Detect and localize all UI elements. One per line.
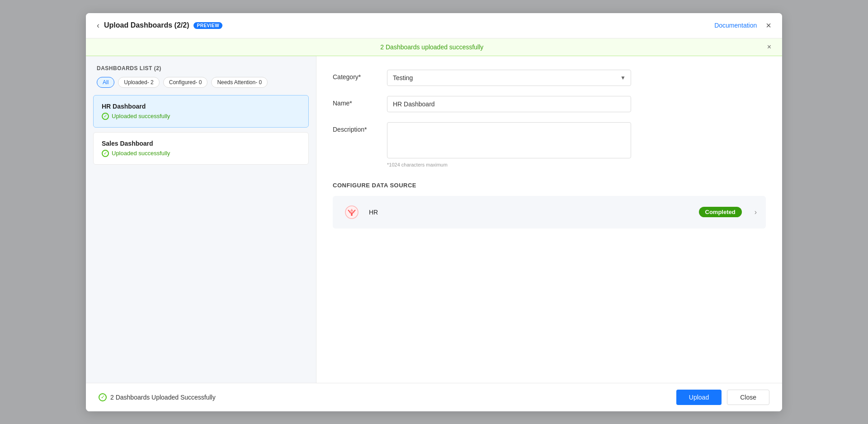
- data-source-icon: [342, 202, 362, 222]
- banner-close-button[interactable]: ×: [767, 43, 771, 51]
- dashboard-item-name: Sales Dashboard: [102, 140, 300, 147]
- dashboard-item-status: ✓ Uploaded successfully: [102, 113, 300, 120]
- check-icon: ✓: [102, 150, 109, 157]
- category-select[interactable]: Testing Production Development: [387, 70, 631, 86]
- check-icon: ✓: [102, 113, 109, 120]
- status-text: Uploaded successfully: [112, 150, 170, 157]
- filter-tab-needs-attention[interactable]: Needs Attention- 0: [211, 77, 268, 88]
- section-title: CONFIGURE DATA SOURCE: [333, 182, 766, 189]
- filter-tab-configured[interactable]: Configured- 0: [163, 77, 208, 88]
- description-control: *1024 characters maximum: [387, 122, 631, 167]
- description-row: Description* *1024 characters maximum: [333, 122, 766, 167]
- status-text: Uploaded successfully: [112, 113, 170, 119]
- chevron-right-icon: ›: [755, 208, 757, 216]
- header-left: ‹ Upload Dashboards (2/2) PREVIEW: [97, 21, 222, 30]
- name-control: [387, 96, 631, 112]
- data-source-section: CONFIGURE DATA SOURCE: [333, 182, 766, 229]
- modal-overlay: ‹ Upload Dashboards (2/2) PREVIEW Docume…: [0, 0, 868, 424]
- dashboard-items: HR Dashboard ✓ Uploaded successfully Sal…: [86, 95, 316, 165]
- modal-header: ‹ Upload Dashboards (2/2) PREVIEW Docume…: [86, 13, 782, 38]
- footer-actions: Upload Close: [676, 390, 769, 405]
- modal-footer: ✓ 2 Dashboards Uploaded Successfully Upl…: [86, 383, 782, 411]
- description-hint: *1024 characters maximum: [387, 162, 631, 167]
- list-item[interactable]: HR Dashboard ✓ Uploaded successfully: [93, 95, 309, 128]
- description-label: Description*: [333, 122, 387, 133]
- category-row: Category* Testing Production Development…: [333, 70, 766, 86]
- dashboard-item-status: ✓ Uploaded successfully: [102, 150, 300, 157]
- filter-tabs: All Uploaded- 2 Configured- 0 Needs Atte…: [86, 77, 316, 95]
- db-icon-svg: [344, 204, 360, 220]
- modal-title: Upload Dashboards (2/2): [104, 21, 189, 29]
- right-panel: Category* Testing Production Development…: [316, 56, 782, 383]
- category-label: Category*: [333, 70, 387, 81]
- success-banner: 2 Dashboards uploaded successfully ×: [86, 38, 782, 56]
- footer-status-text: 2 Dashboards Uploaded Successfully: [110, 394, 216, 401]
- left-panel: DASHBOARDS LIST (2) All Uploaded- 2 Conf…: [86, 56, 316, 383]
- filter-tab-all[interactable]: All: [97, 77, 114, 88]
- upload-button[interactable]: Upload: [676, 390, 722, 405]
- footer-status: ✓ 2 Dashboards Uploaded Successfully: [99, 393, 216, 401]
- footer-check-icon: ✓: [99, 393, 107, 401]
- modal-body: DASHBOARDS LIST (2) All Uploaded- 2 Conf…: [86, 56, 782, 383]
- modal: ‹ Upload Dashboards (2/2) PREVIEW Docume…: [86, 13, 782, 411]
- category-control: Testing Production Development ▼: [387, 70, 631, 86]
- category-select-wrapper: Testing Production Development ▼: [387, 70, 631, 86]
- dashboard-item-name: HR Dashboard: [102, 103, 300, 110]
- name-label: Name*: [333, 96, 387, 107]
- dashboards-list-header: DASHBOARDS LIST (2): [86, 56, 316, 77]
- name-row: Name*: [333, 96, 766, 112]
- data-source-row[interactable]: HR Completed ›: [333, 196, 766, 229]
- completed-badge: Completed: [699, 207, 742, 217]
- description-textarea[interactable]: [387, 122, 631, 158]
- banner-text: 2 Dashboards uploaded successfully: [97, 43, 767, 51]
- svg-point-1: [351, 214, 353, 216]
- preview-badge: PREVIEW: [193, 22, 222, 29]
- name-input[interactable]: [387, 96, 631, 112]
- close-button[interactable]: Close: [727, 390, 769, 405]
- list-item[interactable]: Sales Dashboard ✓ Uploaded successfully: [93, 132, 309, 165]
- filter-tab-uploaded[interactable]: Uploaded- 2: [118, 77, 159, 88]
- data-source-name: HR: [369, 209, 692, 216]
- modal-close-button[interactable]: ×: [766, 21, 771, 30]
- header-right: Documentation ×: [714, 21, 771, 30]
- back-button[interactable]: ‹: [97, 21, 99, 30]
- documentation-link[interactable]: Documentation: [714, 22, 757, 29]
